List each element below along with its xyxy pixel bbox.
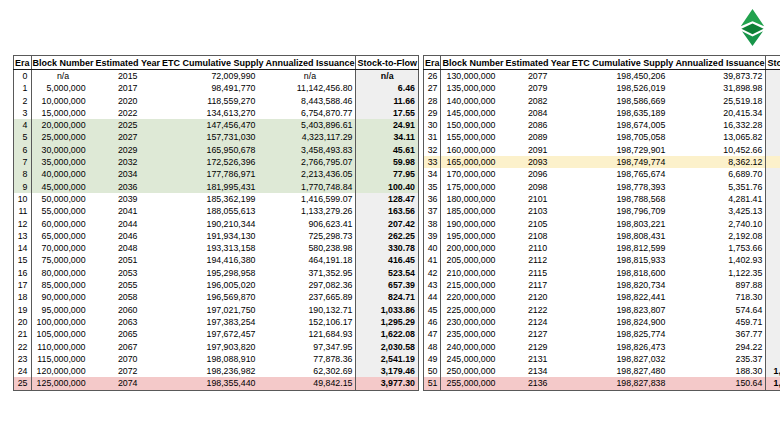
era-cell: 40 <box>423 242 441 254</box>
stock-to-flow-cell: 29,709.82 <box>766 168 780 180</box>
era-row: 20100,000,0002063197,383,254152,106.171,… <box>14 316 419 328</box>
block-number-cell: 15,000,000 <box>31 107 95 119</box>
annualized-issuance-cell: 371,352.95 <box>264 267 356 279</box>
stock-to-flow-cell: 177,143.27 <box>766 267 780 279</box>
era-row: 24120,000,0002072198,236,98262,302.693,1… <box>14 365 419 377</box>
era-row: 31155,000,0002089198,705,05813,065.8215,… <box>423 131 780 143</box>
block-number-cell: 230,000,000 <box>441 316 505 328</box>
table-body: 0n/a201572,009,990n/an/a15,000,000201798… <box>14 70 419 391</box>
block-number-cell: 10,000,000 <box>31 95 95 107</box>
era-cell: 1 <box>14 82 32 94</box>
era-row: 25125,000,0002074198,355,44049,842.153,9… <box>14 377 419 390</box>
stock-to-flow-cell: 3,179.46 <box>356 365 419 377</box>
stock-to-flow-cell: 844,729.70 <box>766 353 780 365</box>
annualized-issuance-cell: 4,323,117.29 <box>264 131 356 143</box>
era-cell: 34 <box>423 168 441 180</box>
stock-to-flow-cell: 17.55 <box>356 107 419 119</box>
stock-to-flow-cell: 24.91 <box>356 119 419 131</box>
block-number-cell: 225,000,000 <box>441 304 505 316</box>
cumulative-supply-cell: 118,559,270 <box>161 95 265 107</box>
estimated-year-cell: 2015 <box>95 70 161 83</box>
annualized-issuance-cell: 297,082.36 <box>264 279 356 291</box>
era-cell: 25 <box>14 377 32 390</box>
era-row: 35175,000,0002098198,778,3935,351.7637,1… <box>423 181 780 193</box>
column-header: Era <box>14 56 32 70</box>
annualized-issuance-cell: 725,298.73 <box>264 230 356 242</box>
stock-to-flow-cell: 128.47 <box>356 193 419 205</box>
annualized-issuance-cell: 31,898.98 <box>674 82 766 94</box>
stock-to-flow-cell: 432,495.81 <box>766 316 780 328</box>
annualized-issuance-cell: 8,362.12 <box>674 156 766 168</box>
cumulative-supply-cell: 197,672,457 <box>161 328 265 340</box>
stock-to-flow-cell: 23,765.48 <box>766 156 780 168</box>
era-row: 34170,000,0002096198,765,6746,689.7029,7… <box>423 168 780 180</box>
stock-to-flow-cell: 141,712.24 <box>766 254 780 266</box>
cumulative-supply-cell: 197,383,254 <box>161 316 265 328</box>
cumulative-supply-cell: 198,635,189 <box>571 107 675 119</box>
stock-to-flow-cell: 6,221.21 <box>766 82 780 94</box>
annualized-issuance-cell: 5,403,896.61 <box>264 119 356 131</box>
estimated-year-cell: 2039 <box>95 193 161 205</box>
header-row: EraBlock NumberEstimated YearETC Cumulat… <box>423 56 780 70</box>
block-number-cell: n/a <box>31 70 95 83</box>
estimated-year-cell: 2032 <box>95 156 161 168</box>
era-row: 33165,000,0002093198,749,7748,362.1223,7… <box>423 156 780 168</box>
column-header: Annualized Issuance <box>674 56 766 70</box>
era-row: 15,000,000201798,491,77011,142,456.806.4… <box>14 82 419 94</box>
annualized-issuance-cell: 97,347.95 <box>264 341 356 353</box>
annualized-issuance-cell: 150.64 <box>674 377 766 390</box>
estimated-year-cell: 2117 <box>504 279 570 291</box>
block-number-cell: 220,000,000 <box>441 291 505 303</box>
era-row: 21105,000,0002065197,672,457121,684.931,… <box>14 328 419 340</box>
cumulative-supply-cell: 198,526,019 <box>571 82 675 94</box>
era-cell: 20 <box>14 316 32 328</box>
era-cell: 50 <box>423 365 441 377</box>
cumulative-supply-cell: 198,778,393 <box>571 181 675 193</box>
annualized-issuance-cell: 574.64 <box>674 304 766 316</box>
era-cell: 43 <box>423 279 441 291</box>
annualized-issuance-cell: 1,416,599.07 <box>264 193 356 205</box>
era-row: 1365,000,0002046191,934,130725,298.73262… <box>14 230 419 242</box>
era-cell: 38 <box>423 218 441 230</box>
stock-to-flow-cell: 19,010.01 <box>766 144 780 156</box>
era-cell: 12 <box>14 218 32 230</box>
block-number-cell: 35,000,000 <box>31 156 95 168</box>
annualized-issuance-cell: 3,425.13 <box>674 205 766 217</box>
block-number-cell: 185,000,000 <box>441 205 505 217</box>
stock-to-flow-cell: 11.66 <box>356 95 419 107</box>
cumulative-supply-cell: 72,009,990 <box>161 70 265 83</box>
cumulative-supply-cell: 165,950,678 <box>161 144 265 156</box>
estimated-year-cell: 2060 <box>95 304 161 316</box>
stock-to-flow-cell: 657.39 <box>356 279 419 291</box>
stock-to-flow-cell: 90,691.55 <box>766 230 780 242</box>
era-cell: 24 <box>14 365 32 377</box>
cumulative-supply-cell: 198,812,599 <box>571 242 675 254</box>
annualized-issuance-cell: 16,332.28 <box>674 119 766 131</box>
estimated-year-cell: 2027 <box>95 131 161 143</box>
block-number-cell: 80,000,000 <box>31 267 95 279</box>
cumulative-supply-cell: 198,824,900 <box>571 316 675 328</box>
stock-to-flow-cell: 12,162.13 <box>766 119 780 131</box>
column-header: Annualized Issuance <box>264 56 356 70</box>
block-number-cell: 90,000,000 <box>31 291 95 303</box>
era-row: 945,000,0002036181,995,4311,770,748.8410… <box>14 181 419 193</box>
block-number-cell: 110,000,000 <box>31 341 95 353</box>
stock-to-flow-cell: 3,977.30 <box>356 377 419 390</box>
cumulative-supply-cell: 134,613,270 <box>161 107 265 119</box>
block-number-cell: 25,000,000 <box>31 131 95 143</box>
era-row: 42210,000,0002115198,818,6001,122.35177,… <box>423 267 780 279</box>
era-row: 1155,000,0002041188,055,6131,133,279.261… <box>14 205 419 217</box>
era-cell: 27 <box>423 82 441 94</box>
era-row: 48240,000,0002129198,826,473294.22675,78… <box>423 341 780 353</box>
estimated-year-cell: 2091 <box>504 144 570 156</box>
block-number-cell: 135,000,000 <box>441 82 505 94</box>
annualized-issuance-cell: 25,519.18 <box>674 95 766 107</box>
annualized-issuance-cell: 294.22 <box>674 341 766 353</box>
column-header: Stock-to-Flow <box>766 56 780 70</box>
cumulative-supply-cell: 198,088,910 <box>161 353 265 365</box>
annualized-issuance-cell: 8,443,588.46 <box>264 95 356 107</box>
block-number-cell: 190,000,000 <box>441 218 505 230</box>
cumulative-supply-cell: 194,416,380 <box>161 254 265 266</box>
era-cell: 42 <box>423 267 441 279</box>
column-header: Estimated Year <box>95 56 161 70</box>
